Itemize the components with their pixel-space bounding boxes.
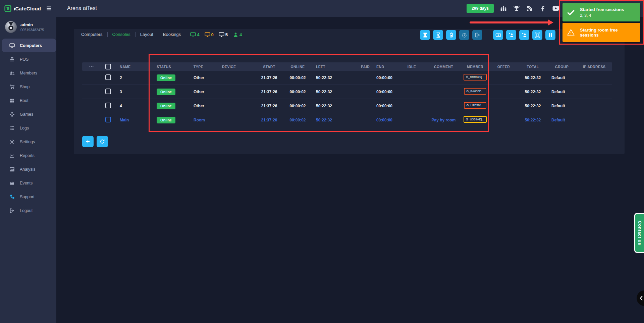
contact-us-button[interactable]: Contact us bbox=[634, 213, 644, 253]
screenshot-button[interactable] bbox=[532, 30, 542, 40]
user-id: 005193482475 bbox=[20, 28, 44, 32]
tab-computers[interactable]: Computers bbox=[76, 29, 107, 40]
table-row[interactable]: 3 Online Other 21:37:26 00:00:02 50:22:3… bbox=[82, 85, 612, 99]
col-offer[interactable]: OFFER bbox=[489, 65, 518, 69]
col-member[interactable]: MEMBER bbox=[461, 65, 489, 69]
status-badge: Online bbox=[157, 117, 175, 123]
select-all-checkbox[interactable] bbox=[105, 64, 111, 69]
sidebar-item-boot[interactable]: Boot bbox=[0, 94, 56, 107]
sidebar-item-logout[interactable]: Logout bbox=[0, 204, 56, 217]
col-status[interactable]: STATUS bbox=[153, 65, 190, 69]
pause-button[interactable] bbox=[545, 30, 555, 40]
sidebar-item-pos[interactable]: POS bbox=[0, 52, 56, 66]
add-console-button[interactable] bbox=[82, 136, 94, 147]
annotation-box-toasts: Started free sessions 2, 3, 4 Starting r… bbox=[559, 0, 644, 45]
avatar bbox=[5, 21, 17, 33]
col-comment[interactable]: COMMENT bbox=[426, 65, 461, 69]
topbar: Arena aiTest 299 days bbox=[56, 0, 644, 17]
hourglass-outline-icon bbox=[435, 32, 441, 38]
table-row[interactable]: Main Online Room 21:37:26 00:00:02 50:22… bbox=[82, 113, 612, 127]
cash-button[interactable] bbox=[493, 30, 503, 40]
header-menu-icon[interactable] bbox=[89, 64, 94, 69]
battery-button[interactable] bbox=[446, 30, 456, 40]
row-checkbox[interactable] bbox=[105, 89, 111, 94]
chat-collapse-button[interactable] bbox=[637, 290, 644, 306]
user-name: admin bbox=[20, 22, 44, 27]
table-row[interactable]: 2 Online Other 21:37:26 00:00:02 50:22:3… bbox=[82, 71, 612, 85]
sidebar-item-support[interactable]: Support bbox=[0, 190, 56, 204]
sidebar-item-reports[interactable]: Reports bbox=[0, 149, 56, 162]
toast-close-icon[interactable] bbox=[633, 30, 637, 35]
logout-icon bbox=[9, 208, 15, 213]
sidebar-item-events[interactable]: Events bbox=[0, 176, 56, 190]
col-end[interactable]: END bbox=[372, 65, 397, 69]
youtube-icon[interactable] bbox=[552, 5, 559, 12]
alarm-clock-button[interactable] bbox=[459, 30, 469, 40]
cell-end: 00:00:00 bbox=[372, 104, 397, 108]
sidebar-item-members[interactable]: Members bbox=[0, 66, 56, 80]
member-badge[interactable]: G_BBB875[... bbox=[464, 74, 487, 80]
cell-left: 50:22:32 bbox=[312, 118, 356, 122]
table-row[interactable]: 4 Online Other 21:37:26 00:00:02 50:22:3… bbox=[82, 99, 612, 113]
row-checkbox[interactable] bbox=[105, 74, 111, 80]
col-name[interactable]: NAME bbox=[116, 65, 153, 69]
row-menu-icon[interactable] bbox=[89, 117, 94, 122]
member-star-button[interactable] bbox=[506, 30, 516, 40]
refresh-button[interactable] bbox=[97, 136, 108, 147]
row-menu-icon[interactable] bbox=[89, 103, 94, 108]
cell-total: 50:22:32 bbox=[518, 75, 547, 80]
sidebar-item-computers[interactable]: Computers bbox=[2, 39, 56, 52]
col-paid[interactable]: PAID bbox=[356, 65, 372, 69]
hourglass-filled-icon bbox=[422, 32, 428, 38]
col-idle[interactable]: IDLE bbox=[397, 65, 426, 69]
tab-consoles[interactable]: Consoles bbox=[108, 29, 135, 40]
sidebar-item-games[interactable]: Games bbox=[0, 107, 56, 121]
row-menu-icon[interactable] bbox=[89, 89, 94, 94]
sidebar-item-settings[interactable]: Settings bbox=[0, 135, 56, 149]
row-checkbox[interactable] bbox=[105, 103, 111, 108]
cell-start: 21:37:26 bbox=[255, 90, 283, 94]
members-icon bbox=[9, 70, 15, 76]
row-menu-icon[interactable] bbox=[89, 75, 94, 80]
member-badge[interactable]: G_U369AE[... bbox=[464, 116, 487, 123]
sidebar-item-logs[interactable]: Logs bbox=[0, 121, 56, 135]
hourglass-filled-button[interactable] bbox=[420, 30, 430, 40]
col-ip[interactable]: IP ADDRESS bbox=[576, 65, 612, 69]
hamburger-menu-icon[interactable] bbox=[46, 5, 52, 11]
refresh-icon bbox=[100, 139, 105, 144]
panel-actions bbox=[82, 136, 108, 147]
hourglass-outline-button[interactable] bbox=[433, 30, 443, 40]
sidebar-item-shop[interactable]: Shop bbox=[0, 80, 56, 94]
member-star-icon bbox=[508, 32, 514, 38]
tab-layout[interactable]: Layout bbox=[136, 29, 158, 40]
tab-strip: ComputersConsolesLayoutBookings 4 0 5 4 bbox=[74, 29, 625, 40]
icafecloud-logo: iCafeCloud bbox=[4, 5, 41, 12]
col-total[interactable]: TOTAL bbox=[518, 65, 547, 69]
ranking-icon[interactable] bbox=[500, 5, 507, 12]
monitor-icon bbox=[190, 32, 196, 38]
col-type[interactable]: TYPE bbox=[190, 65, 218, 69]
facebook-icon[interactable] bbox=[539, 5, 546, 12]
tab-bookings[interactable]: Bookings bbox=[158, 29, 185, 40]
col-group[interactable]: GROUP bbox=[547, 65, 576, 69]
member-badge[interactable]: G_U2B584... bbox=[464, 102, 486, 109]
col-online[interactable]: ONLINE bbox=[283, 65, 312, 69]
member-plus-button[interactable] bbox=[519, 30, 529, 40]
member-badge[interactable]: G_PA633D... bbox=[464, 88, 486, 95]
row-checkbox[interactable] bbox=[105, 117, 111, 122]
sign-out-icon bbox=[475, 32, 480, 38]
status-badge: Online bbox=[157, 89, 175, 95]
logo-text: iCafeCloud bbox=[14, 6, 41, 11]
col-start[interactable]: START bbox=[255, 65, 283, 69]
logs-icon bbox=[9, 125, 15, 131]
cell-type: Other bbox=[190, 104, 218, 108]
trophy-icon[interactable] bbox=[513, 5, 520, 12]
col-device[interactable]: DEVICE bbox=[218, 65, 255, 69]
sidebar-item-analysis[interactable]: Analysis bbox=[0, 162, 56, 176]
cell-start: 21:37:26 bbox=[255, 118, 283, 122]
sign-out-button[interactable] bbox=[472, 30, 482, 40]
rss-icon[interactable] bbox=[526, 5, 533, 12]
toast-close-icon[interactable] bbox=[633, 10, 637, 14]
license-days-badge[interactable]: 299 days bbox=[467, 4, 494, 13]
col-left[interactable]: LEFT bbox=[312, 65, 356, 69]
